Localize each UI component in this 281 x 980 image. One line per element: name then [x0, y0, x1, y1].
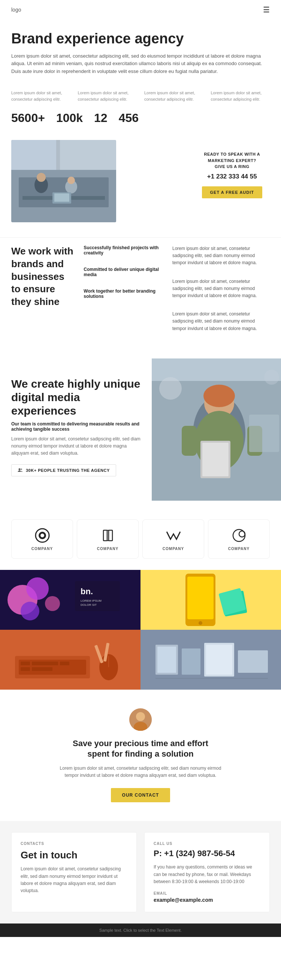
- mission-item-title-2: Committed to deliver unique digital medi…: [83, 267, 165, 277]
- logo-icon-2: [100, 527, 116, 544]
- avatar-svg: [129, 708, 152, 731]
- svg-rect-57: [21, 667, 30, 671]
- header: logo ☰: [0, 0, 281, 19]
- text-columns: Lorem ipsum dolor sit amet, consectetur …: [0, 83, 281, 106]
- svg-rect-47: [187, 577, 214, 619]
- stat-value-3: 12: [94, 111, 107, 125]
- text-col-4: Lorem ipsum dolor sit amet, consectetur …: [211, 90, 270, 102]
- svg-rect-65: [157, 647, 176, 673]
- stat-1: 5600+: [11, 111, 45, 125]
- mission-text-col: Lorem ipsum dolor sit amet, consetetur s…: [172, 245, 270, 344]
- office-image-svg: [11, 140, 116, 222]
- mission-section: We work with brands and businesses to en…: [0, 237, 281, 358]
- digital-image: [152, 358, 281, 501]
- contacts-heading: Get in touch: [21, 850, 128, 861]
- logo: logo: [11, 7, 21, 13]
- svg-point-40: [45, 596, 60, 611]
- hero-description: Lorem ipsum dolor sit amet, consectetur …: [11, 52, 266, 76]
- svg-text:LOREM IPSUM: LOREM IPSUM: [81, 599, 102, 603]
- logo-name-4: COMPANY: [228, 547, 249, 551]
- company-logo-4: [231, 527, 247, 544]
- portfolio-image-3: [0, 630, 140, 690]
- mission-item-3: Work together for better branding soluti…: [83, 288, 165, 299]
- stat-2: 100k: [56, 111, 83, 125]
- svg-point-39: [21, 602, 39, 620]
- mission-text-3: Lorem ipsum dolor sit amet, consetetur s…: [172, 310, 270, 332]
- portfolio-item-3: [0, 630, 140, 690]
- svg-rect-66: [182, 649, 200, 675]
- svg-rect-69: [238, 650, 268, 673]
- mission-heading: We work with brands and businesses to en…: [11, 245, 76, 308]
- mission-item-2: Committed to deliver unique digital medi…: [83, 267, 165, 277]
- get-in-touch-box: CONTACTS Get in touch Lorem ipsum dolor …: [11, 832, 137, 912]
- company-logo-1: [34, 527, 51, 544]
- svg-point-29: [40, 534, 44, 537]
- cta-ready-text: READY TO SPEAK WITH A MARKETING EXPERT? …: [202, 151, 262, 170]
- mission-items-col: Successfully finished projects with crea…: [83, 245, 165, 344]
- svg-rect-41: [75, 581, 120, 611]
- digital-text: Lorem ipsum dolor sit amet, consetetur s…: [11, 436, 140, 457]
- hamburger-icon[interactable]: ☰: [263, 5, 270, 14]
- text-col-1: Lorem ipsum dolor sit amet, consectetur …: [11, 90, 70, 102]
- digital-image-svg: [152, 358, 281, 501]
- stat-value-1: 5600+: [11, 111, 45, 125]
- stat-value-2: 100k: [56, 111, 83, 125]
- svg-rect-26: [249, 415, 279, 452]
- stat-value-4: 456: [119, 111, 139, 125]
- svg-rect-8: [11, 140, 56, 170]
- svg-text:DOLOR SIT: DOLOR SIT: [81, 603, 97, 606]
- cta-phone: +1 232 333 44 55: [202, 173, 262, 180]
- mission-item-title-3: Work together for better branding soluti…: [83, 288, 165, 299]
- our-contact-button[interactable]: OUR CONTACT: [111, 788, 171, 802]
- hero-title: Brand experience agency: [11, 31, 270, 47]
- testimonial-heading: Save your precious time and effort spent…: [65, 738, 216, 760]
- svg-point-13: [21, 468, 22, 470]
- logo-box-4: COMPANY: [208, 519, 270, 558]
- svg-point-38: [26, 578, 49, 600]
- svg-point-48: [199, 621, 202, 625]
- text-col-2: Lorem ipsum dolor sit amet, consectetur …: [78, 90, 137, 102]
- svg-rect-9: [60, 140, 116, 170]
- footer-text: Sample text. Click to select the Text El…: [11, 928, 270, 932]
- main-image: [11, 140, 116, 222]
- image-cta-section: READY TO SPEAK WITH A MARKETING EXPERT? …: [0, 136, 281, 237]
- call-phone: P: +1 (324) 987-56-54: [153, 849, 260, 858]
- mission-text-1: Lorem ipsum dolor sit amet, consetetur s…: [172, 245, 270, 267]
- logo-box-3: COMPANY: [142, 519, 204, 558]
- people-badge[interactable]: 30K+ PEOPLE TRUSTING THE AGENCY: [11, 465, 116, 476]
- portfolio-item-2: [140, 570, 281, 630]
- svg-point-12: [19, 468, 21, 470]
- digital-subtitle: Our team is committed to delivering meas…: [11, 422, 140, 432]
- portfolio-image-4: [140, 630, 281, 690]
- svg-point-18: [203, 385, 235, 407]
- svg-rect-55: [32, 662, 58, 665]
- mission-item-1: Successfully finished projects with crea…: [83, 245, 165, 256]
- call-us-box: CALL US P: +1 (324) 987-56-54 If you hav…: [144, 832, 270, 912]
- svg-rect-54: [21, 662, 30, 665]
- company-logo-3: [165, 527, 182, 544]
- svg-rect-11: [54, 194, 69, 202]
- cta-box: READY TO SPEAK WITH A MARKETING EXPERT? …: [195, 140, 270, 206]
- testimonial-avatar: [129, 708, 152, 731]
- logo-icon-4: [231, 527, 247, 544]
- image-placeholder: [11, 140, 116, 222]
- svg-rect-23: [202, 443, 228, 476]
- portfolio-image-2: [140, 570, 281, 630]
- company-logo-2: [100, 527, 116, 544]
- email-value: example@example.com: [153, 897, 260, 903]
- svg-point-5: [37, 173, 46, 182]
- footer: Sample text. Click to select the Text El…: [0, 923, 281, 937]
- mission-item-title-1: Successfully finished projects with crea…: [83, 245, 165, 256]
- contacts-label: CONTACTS: [21, 842, 128, 846]
- people-badge-text: 30K+ PEOPLE TRUSTING THE AGENCY: [26, 468, 110, 473]
- svg-rect-30: [104, 530, 107, 541]
- cta-free-audit-button[interactable]: GET A FREE AUDIT: [202, 186, 262, 198]
- logo-name-1: COMPANY: [32, 547, 53, 551]
- svg-point-24: [159, 377, 182, 399]
- digital-content: We create highly unique digital media ex…: [0, 358, 152, 501]
- stat-3: 12: [94, 111, 107, 125]
- svg-rect-56: [60, 662, 69, 665]
- logo-icon-3: [165, 527, 182, 544]
- testimonial-text: Lorem ipsum dolor sit amet, consetetur s…: [54, 765, 227, 779]
- svg-rect-68: [206, 645, 232, 675]
